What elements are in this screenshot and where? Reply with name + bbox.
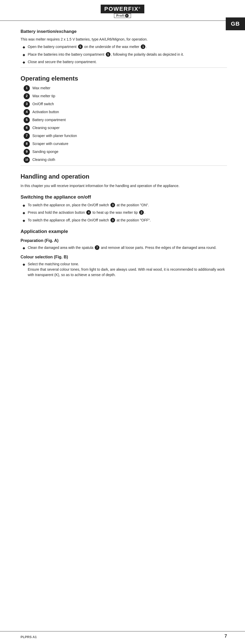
item-label: Scraper with planer function — [32, 133, 77, 139]
bullet-text: Press and hold the activation button 4 t… — [28, 210, 145, 215]
battery-section: Battery insertion/exchange This wax melt… — [21, 29, 227, 65]
badge-num: 6 — [24, 125, 30, 131]
footer-left: PLPRS A1 — [21, 633, 37, 639]
badge-num: 5 — [24, 117, 30, 123]
bullet-text: Place the batteries into the battery com… — [28, 52, 184, 57]
diamond-icon: ◆ — [23, 45, 25, 50]
list-item: ◆ To switch the appliance on, place the … — [21, 202, 227, 208]
logo-reg: ® — [138, 7, 141, 9]
bullet-text: Open the battery compartment 5 on the un… — [28, 44, 147, 50]
list-item: 5 Battery compartment — [21, 117, 227, 123]
logo-text: POWERFIX — [104, 6, 138, 12]
application-section: Application example Preparation (Fig. A)… — [21, 229, 227, 278]
divider — [21, 67, 227, 68]
badge-7: 7 — [95, 245, 99, 250]
preparation-bullet-list: ◆ Clean the damaged area with the spatul… — [21, 245, 227, 251]
list-item: 1 Wax melter — [21, 85, 227, 91]
logo-wrapper: POWERFIX® Profi + — [101, 5, 144, 18]
list-item: 4 Activation button — [21, 109, 227, 115]
diamond-icon: ◆ — [23, 218, 25, 223]
list-item: ◆ Place the batteries into the battery c… — [21, 52, 227, 57]
colour-bullet-list: ◆ Select the matching colour tone.Ensure… — [21, 261, 227, 278]
battery-intro: This wax melter requires 2 x 1.5 V batte… — [21, 37, 227, 42]
bullet-text: To switch the appliance on, place the On… — [28, 202, 149, 208]
item-label: Sanding sponge — [32, 149, 58, 154]
list-item: ◆ Open the battery compartment 5 on the … — [21, 44, 227, 50]
list-item: 2 Wax melter tip — [21, 93, 227, 99]
item-label: Scraper with curvature — [32, 141, 68, 147]
badge-3: 3 — [110, 203, 115, 207]
switching-title: Switching the appliance on/off — [21, 194, 227, 200]
diamond-icon: ◆ — [23, 203, 25, 208]
handling-intro: In this chapter you will receive importa… — [21, 183, 227, 189]
item-label: Battery compartment — [32, 118, 66, 123]
colour-title: Colour selection (Fig. B) — [21, 255, 227, 259]
list-item: ◆ Select the matching colour tone.Ensure… — [21, 261, 227, 278]
diamond-icon: ◆ — [23, 52, 25, 57]
badge-num: 3 — [24, 101, 30, 107]
switching-bullet-list: ◆ To switch the appliance on, place the … — [21, 202, 227, 223]
badge-num: 4 — [24, 109, 30, 115]
item-label: On/Off switch — [32, 102, 54, 107]
list-item: 8 Scraper with curvature — [21, 141, 227, 147]
list-item: ◆ Press and hold the activation button 4… — [21, 210, 227, 216]
list-item: 6 Cleaning scraper — [21, 125, 227, 131]
logo-powerfix: POWERFIX® — [101, 5, 144, 13]
bullet-text: Select the matching colour tone.Ensure t… — [28, 261, 227, 278]
diamond-icon: ◆ — [23, 60, 25, 65]
list-item: 3 On/Off switch — [21, 101, 227, 107]
list-item: ◆ To switch the appliance off, place the… — [21, 218, 227, 223]
badge-num: 9 — [24, 149, 30, 155]
preparation-title: Preparation (Fig. A) — [21, 238, 227, 243]
colour-section: Colour selection (Fig. B) ◆ Select the m… — [21, 255, 227, 278]
operating-elements-section: Operating elements 1 Wax melter 2 Wax me… — [21, 75, 227, 163]
diamond-icon: ◆ — [23, 210, 25, 216]
item-label: Activation button — [32, 110, 59, 115]
battery-bullet-list: ◆ Open the battery compartment 5 on the … — [21, 44, 227, 65]
plus-circle-icon: + — [125, 14, 129, 17]
bullet-text: Close and secure the battery compartment… — [28, 59, 97, 65]
badge-4: 4 — [86, 210, 91, 215]
item-label: Wax melter — [32, 86, 50, 91]
badge-num: 10 — [24, 157, 30, 163]
badge-5b: 5 — [106, 52, 110, 57]
header: POWERFIX® Profi + — [0, 0, 245, 21]
page-wrapper: POWERFIX® Profi + GB Battery insertion/e… — [0, 0, 245, 644]
badge-1: 1 — [141, 44, 145, 49]
badge-num: 8 — [24, 141, 30, 147]
list-item: ◆ Clean the damaged area with the spatul… — [21, 245, 227, 251]
gb-badge: GB — [226, 17, 245, 30]
list-item: ◆ Close and secure the battery compartme… — [21, 59, 227, 65]
preparation-section: Preparation (Fig. A) ◆ Clean the damaged… — [21, 238, 227, 251]
badge-5: 5 — [78, 44, 83, 49]
badge-3b: 3 — [110, 218, 115, 222]
handling-title: Handling and operation — [21, 173, 227, 180]
badge-num: 2 — [24, 93, 30, 99]
handling-section: Handling and operation In this chapter y… — [21, 173, 227, 278]
item-label: Cleaning scraper — [32, 125, 60, 131]
footer-right: 7 — [224, 631, 227, 639]
battery-title: Battery insertion/exchange — [21, 29, 227, 34]
list-item: 9 Sanding sponge — [21, 149, 227, 155]
switching-section: Switching the appliance on/off ◆ To swit… — [21, 194, 227, 223]
logo-sub-text: Profi — [116, 14, 125, 17]
item-label: Cleaning cloth — [32, 157, 55, 162]
badge-num: 7 — [24, 133, 30, 139]
badge-2: 2 — [139, 210, 144, 215]
operating-elements-list: 1 Wax melter 2 Wax melter tip 3 On/Off s… — [21, 85, 227, 163]
list-item: 10 Cleaning cloth — [21, 157, 227, 163]
diamond-icon: ◆ — [23, 246, 25, 251]
item-label: Wax melter tip — [32, 94, 55, 99]
operating-elements-title: Operating elements — [21, 75, 227, 82]
badge-num: 1 — [24, 85, 30, 91]
footer: PLPRS A1 7 — [0, 631, 245, 639]
divider — [21, 165, 227, 166]
application-title: Application example — [21, 229, 227, 234]
diamond-icon: ◆ — [23, 262, 25, 267]
bullet-text: To switch the appliance off, place the O… — [28, 218, 151, 223]
list-item: 7 Scraper with planer function — [21, 133, 227, 139]
logo-profi: Profi + — [114, 13, 131, 18]
bullet-text: Clean the damaged area with the spatula … — [28, 245, 216, 250]
main-content: Battery insertion/exchange This wax melt… — [0, 21, 245, 287]
